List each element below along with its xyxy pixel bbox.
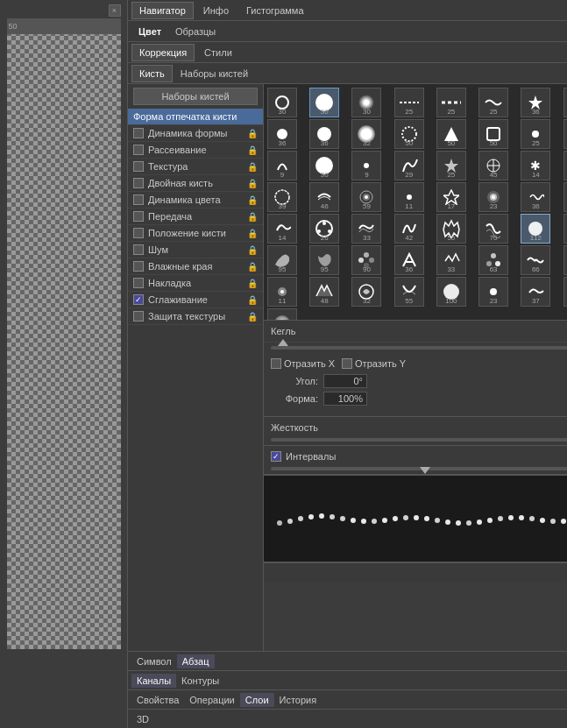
brush-grid-container[interactable]: 30 30 30 — [264, 84, 567, 321]
brush-setting-shape-dynamics[interactable]: Динамика формы 🔒 — [128, 125, 263, 142]
tab-operations[interactable]: Операции — [184, 693, 239, 707]
brush-cell-16[interactable]: 25 — [521, 119, 550, 149]
hardness-slider[interactable] — [271, 438, 567, 442]
brush-cell-49[interactable]: 36 — [394, 245, 424, 275]
checkbox-smooth[interactable]: ✓ — [133, 294, 144, 305]
brush-presets-button[interactable]: Наборы кистей — [133, 88, 258, 105]
tab-abzac[interactable]: Абзац — [177, 654, 215, 668]
3d-label[interactable]: 3D — [131, 711, 154, 727]
tab-correction[interactable]: Коррекция — [131, 44, 195, 61]
tab-brush-sets[interactable]: Наборы кистей — [173, 65, 256, 82]
tab-history[interactable]: История — [274, 693, 322, 707]
close-button[interactable]: × — [109, 4, 121, 17]
brush-cell-56[interactable]: 48 — [309, 277, 339, 307]
tab-styles[interactable]: Стили — [196, 44, 240, 61]
brush-cell-48[interactable]: 90 — [351, 245, 381, 275]
tab-brush[interactable]: Кисть — [131, 65, 173, 82]
brush-cell-33[interactable]: 23 — [478, 182, 508, 212]
brush-cell-2[interactable]: 30 — [309, 88, 339, 117]
tab-paths[interactable]: Контуры — [176, 674, 224, 688]
checkbox-dual[interactable] — [133, 178, 144, 188]
brush-cell-20[interactable]: 30 — [309, 151, 339, 180]
brush-cell-19[interactable]: 9 — [267, 151, 297, 180]
brush-cell-29[interactable]: 46 — [309, 182, 339, 212]
brush-cell-7[interactable]: 36 — [521, 88, 550, 117]
brush-cell-59[interactable]: 100 — [436, 277, 466, 307]
brush-cell-43[interactable]: 112 — [521, 214, 550, 244]
brush-setting-pose[interactable]: Положение кисти 🔒 — [128, 225, 263, 242]
brush-cell-11[interactable]: 36 — [309, 119, 339, 149]
brush-cell-50[interactable]: 33 — [436, 245, 466, 275]
brush-cell-41[interactable]: 55 — [436, 214, 466, 244]
checkbox-color-dynamics[interactable] — [133, 194, 144, 205]
brush-cell-15[interactable]: 50 — [478, 119, 508, 149]
intervals-slider[interactable] — [271, 467, 567, 470]
flip-y-checkbox[interactable] — [342, 358, 352, 369]
brush-setting-noise[interactable]: Шум 🔒 — [128, 242, 263, 258]
brush-cell-4[interactable]: 25 — [394, 88, 424, 117]
tab-navigator[interactable]: Навигатор — [131, 2, 194, 19]
shape-input[interactable] — [323, 392, 367, 406]
tab-histogram[interactable]: Гистограмма — [238, 2, 312, 19]
tab-color[interactable]: Цвет — [131, 24, 168, 39]
checkbox-noise[interactable] — [133, 244, 144, 255]
brush-cell-37[interactable]: 14 — [267, 214, 297, 244]
brush-cell-14[interactable]: 50 — [436, 119, 466, 149]
brush-cell-21[interactable]: 9 — [351, 151, 381, 180]
brush-setting-overlay[interactable]: Накладка 🔒 — [128, 275, 263, 292]
brush-cell-6[interactable]: 25 — [478, 88, 508, 117]
checkbox-pose[interactable] — [133, 228, 144, 238]
brush-cell-35[interactable]: 44 — [563, 182, 567, 212]
brush-cell-42[interactable]: 70 — [478, 214, 508, 244]
brush-cell-24[interactable]: 45 — [478, 151, 508, 180]
brush-cell-38[interactable]: 26 — [309, 214, 339, 244]
brush-cell-57[interactable]: 32 — [351, 277, 381, 307]
brush-setting-texture-protect[interactable]: Защита текстуры 🔒 — [128, 308, 263, 325]
angle-input[interactable] — [323, 374, 367, 388]
brush-cell-30[interactable]: 59 — [351, 182, 381, 212]
brush-setting-wet-edges[interactable]: Влажные края 🔒 — [128, 258, 263, 275]
tab-layers[interactable]: Слои — [240, 693, 274, 707]
brush-cell-39[interactable]: 33 — [351, 214, 381, 244]
brush-cell-61[interactable]: 37 — [521, 277, 550, 307]
brush-cell-58[interactable]: 55 — [394, 277, 424, 307]
brush-cell-31[interactable]: 11 — [394, 182, 424, 212]
tab-info[interactable]: Инфо — [195, 2, 237, 19]
brush-setting-dual[interactable]: Двойная кисть 🔒 — [128, 175, 263, 192]
brush-cell-55[interactable]: 11 — [267, 277, 297, 307]
brush-cell-28[interactable]: 39 — [267, 182, 297, 212]
brush-cell-3[interactable]: 30 — [351, 88, 381, 117]
flip-y-item[interactable]: Отразить Y — [342, 358, 406, 369]
brush-cell-62[interactable]: 56 — [563, 277, 567, 307]
brush-cell-12[interactable]: 32 — [351, 119, 381, 149]
flip-x-item[interactable]: Отразить X — [271, 358, 335, 369]
brush-setting-shape-print[interactable]: Форма отпечатка кисти — [128, 109, 263, 125]
brush-cell-17[interactable]: 36 — [563, 119, 567, 149]
brush-cell-64[interactable]: 32 — [267, 308, 297, 321]
brush-cell-32[interactable]: 17 — [436, 182, 466, 212]
checkbox-scatter[interactable] — [133, 145, 144, 155]
checkbox-texture-protect[interactable] — [133, 311, 144, 322]
brush-cell-51[interactable]: 63 — [478, 245, 508, 275]
brush-cell-5[interactable]: 25 — [436, 88, 466, 117]
brush-cell-22[interactable]: 29 — [394, 151, 424, 180]
checkbox-transfer[interactable] — [133, 211, 144, 222]
brush-cell-40[interactable]: 42 — [394, 214, 424, 244]
checkbox-shape-dynamics[interactable] — [133, 128, 144, 138]
tab-symbol[interactable]: Символ — [131, 654, 177, 668]
kegel-slider-track[interactable] — [271, 346, 567, 350]
brush-setting-scatter[interactable]: Рассеивание 🔒 — [128, 142, 263, 159]
intervals-checkbox[interactable]: ✓ — [271, 451, 281, 462]
brush-cell-52[interactable]: 66 — [521, 245, 550, 275]
checkbox-texture[interactable] — [133, 161, 144, 172]
brush-cell-26[interactable]: ✦ 24 — [563, 151, 567, 180]
brush-cell-25[interactable]: ✱ 14 — [521, 151, 550, 180]
checkbox-wet-edges[interactable] — [133, 261, 144, 272]
brush-cell-47[interactable]: 95 — [309, 245, 339, 275]
brush-cell-1[interactable]: 30 — [267, 88, 297, 117]
brush-cell-44[interactable]: 134 — [563, 214, 567, 244]
brush-setting-color-dynamics[interactable]: Динамика цвета 🔒 — [128, 192, 263, 209]
brush-cell-60[interactable]: 23 — [478, 277, 508, 307]
brush-cell-53[interactable]: 39 — [563, 245, 567, 275]
tab-channels[interactable]: Каналы — [131, 674, 176, 688]
